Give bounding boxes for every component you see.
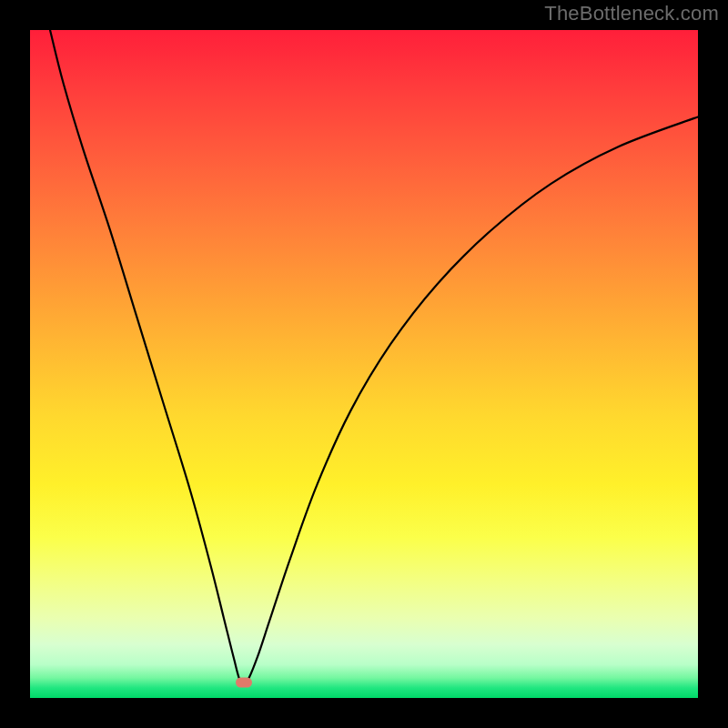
bottleneck-curve [30,30,698,698]
minimum-marker [236,678,252,688]
chart-frame: TheBottleneck.com [0,0,728,728]
plot-area [30,30,698,698]
watermark-text: TheBottleneck.com [544,2,719,25]
